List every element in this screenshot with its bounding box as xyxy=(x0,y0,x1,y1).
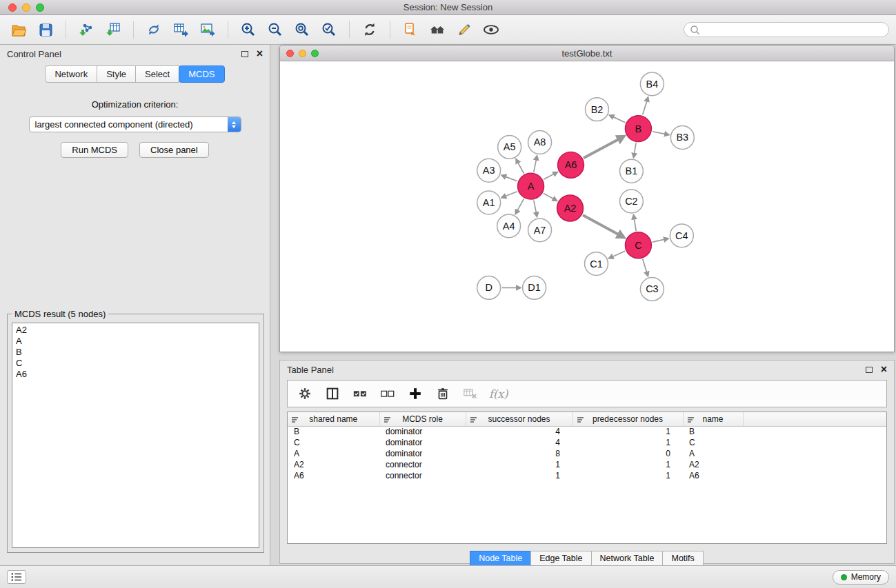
mcds-result-list[interactable]: A2ABCA6 xyxy=(12,323,259,548)
column-header-MCDS-role[interactable]: MCDS role xyxy=(379,412,466,426)
network-edge-A-A3[interactable] xyxy=(506,176,517,181)
network-edge-A-A2[interactable] xyxy=(544,193,553,199)
tab-edge-table[interactable]: Edge Table xyxy=(530,551,591,566)
network-graph[interactable]: B4B2BB3A5A8A6A3B1AC2A1A2A4A7C4CC1C3DD1 xyxy=(281,62,893,351)
tab-motifs[interactable]: Motifs xyxy=(662,551,703,566)
network-edge-C-C3[interactable] xyxy=(643,259,647,272)
table-row[interactable]: Adominator80A xyxy=(288,448,886,459)
home-icon[interactable] xyxy=(426,19,449,41)
network-edge-A-A7[interactable] xyxy=(534,201,537,213)
tab-style[interactable]: Style xyxy=(97,65,136,83)
network-node-C3[interactable]: C3 xyxy=(640,278,664,301)
column-header-successor-nodes[interactable]: successor nodes xyxy=(466,412,573,426)
network-node-A2[interactable]: A2 xyxy=(557,195,584,221)
tab-network-table[interactable]: Network Table xyxy=(591,551,664,566)
network-edge-B-B2[interactable] xyxy=(613,117,625,123)
document-icon[interactable] xyxy=(399,19,422,41)
network-minimize-button[interactable] xyxy=(299,50,306,57)
mcds-result-item[interactable]: A6 xyxy=(16,369,255,380)
search-input[interactable] xyxy=(703,25,883,34)
network-edge-B-B1[interactable] xyxy=(635,143,637,154)
network-node-A7[interactable]: A7 xyxy=(528,219,552,242)
mcds-result-item[interactable]: A2 xyxy=(16,325,255,336)
refresh-icon[interactable] xyxy=(358,19,381,41)
zoom-in-icon[interactable] xyxy=(237,19,260,41)
network-node-A8[interactable]: A8 xyxy=(528,131,552,154)
column-header-predecessor-nodes[interactable]: predecessor nodes xyxy=(573,412,683,426)
table-settings-gear-icon[interactable] xyxy=(296,385,314,403)
tab-network[interactable]: Network xyxy=(45,65,97,83)
table-row[interactable]: Bdominator41B xyxy=(288,426,886,437)
network-node-C[interactable]: C xyxy=(625,232,651,258)
mcds-result-item[interactable]: A xyxy=(16,336,255,347)
network-node-D[interactable]: D xyxy=(477,276,501,300)
mcds-result-item[interactable]: C xyxy=(16,358,255,369)
task-history-icon[interactable] xyxy=(7,570,26,584)
dropdown-stepper-icon[interactable] xyxy=(228,117,241,132)
zoom-out-icon[interactable] xyxy=(263,19,287,41)
network-node-B1[interactable]: B1 xyxy=(619,159,643,183)
table-panel-float-icon[interactable] xyxy=(866,367,873,373)
network-edge-A6-B[interactable] xyxy=(584,139,618,158)
annotation-pencil-icon[interactable] xyxy=(452,19,476,41)
show-columns-icon[interactable] xyxy=(323,385,341,403)
network-node-D1[interactable]: D1 xyxy=(523,276,546,300)
network-node-C2[interactable]: C2 xyxy=(619,190,643,213)
column-header-shared-name[interactable]: shared name xyxy=(288,412,379,426)
export-image-icon[interactable] xyxy=(196,19,219,41)
import-network-icon[interactable] xyxy=(74,19,98,41)
network-edge-C-C1[interactable] xyxy=(613,251,625,256)
network-edge-A-A4[interactable] xyxy=(517,199,524,210)
close-window-button[interactable] xyxy=(8,3,17,12)
open-file-icon[interactable] xyxy=(7,19,30,41)
network-node-A4[interactable]: A4 xyxy=(497,214,521,238)
tab-mcds[interactable]: MCDS xyxy=(179,65,224,83)
network-node-B[interactable]: B xyxy=(625,116,651,142)
network-node-A1[interactable]: A1 xyxy=(477,191,501,214)
run-mcds-button[interactable]: Run MCDS xyxy=(61,142,128,158)
fullscreen-window-button[interactable] xyxy=(36,3,44,12)
network-edge-A-A8[interactable] xyxy=(534,160,537,172)
function-builder-icon[interactable]: f(x) xyxy=(489,385,508,403)
close-panel-button[interactable]: Close panel xyxy=(139,142,209,158)
optimization-criterion-dropdown[interactable]: largest connected component (directed) xyxy=(29,116,241,132)
table-row[interactable]: A6connector11A6 xyxy=(288,470,886,481)
save-session-icon[interactable] xyxy=(34,19,57,41)
minimize-window-button[interactable] xyxy=(22,3,30,12)
network-node-A[interactable]: A xyxy=(518,173,544,199)
network-close-button[interactable] xyxy=(286,50,294,57)
network-node-B3[interactable]: B3 xyxy=(670,126,694,150)
control-panel-close-icon[interactable]: × xyxy=(257,50,263,57)
search-box[interactable] xyxy=(684,22,889,37)
eye-icon[interactable] xyxy=(479,19,503,41)
network-node-C4[interactable]: C4 xyxy=(670,224,693,247)
column-header-name[interactable]: name xyxy=(683,412,743,426)
network-edge-C-C2[interactable] xyxy=(634,219,636,232)
mcds-result-item[interactable]: B xyxy=(16,347,255,358)
tab-select[interactable]: Select xyxy=(135,65,179,83)
node-table[interactable]: shared nameMCDS rolesuccessor nodesprede… xyxy=(287,412,887,544)
network-edge-A-A6[interactable] xyxy=(544,174,554,179)
tab-node-table[interactable]: Node Table xyxy=(470,551,531,566)
network-canvas[interactable]: B4B2BB3A5A8A6A3B1AC2A1A2A4A7C4CC1C3DD1 xyxy=(281,62,893,351)
deselect-all-icon[interactable] xyxy=(379,385,397,403)
network-edge-B-B3[interactable] xyxy=(653,132,665,134)
network-node-A3[interactable]: A3 xyxy=(477,159,501,182)
network-edge-B-B4[interactable] xyxy=(643,101,647,115)
network-edge-A2-C[interactable] xyxy=(583,215,619,234)
table-panel-close-icon[interactable]: × xyxy=(881,366,887,373)
network-node-A5[interactable]: A5 xyxy=(498,135,521,159)
network-node-B4[interactable]: B4 xyxy=(640,72,664,96)
table-row[interactable]: A2connector11A2 xyxy=(288,459,886,470)
add-column-icon[interactable] xyxy=(406,385,424,403)
memory-button[interactable]: Memory xyxy=(833,570,889,585)
network-node-A6[interactable]: A6 xyxy=(558,152,584,178)
network-window-titlebar[interactable]: testGlobe.txt xyxy=(280,45,894,61)
network-node-C1[interactable]: C1 xyxy=(585,252,608,276)
export-table-icon[interactable] xyxy=(169,19,192,41)
table-row[interactable]: Cdominator41C xyxy=(288,437,886,448)
network-edge-C-C4[interactable] xyxy=(653,239,664,242)
control-panel-float-icon[interactable] xyxy=(241,51,248,57)
zoom-fit-icon[interactable] xyxy=(290,19,314,41)
zoom-selected-icon[interactable] xyxy=(317,19,341,41)
